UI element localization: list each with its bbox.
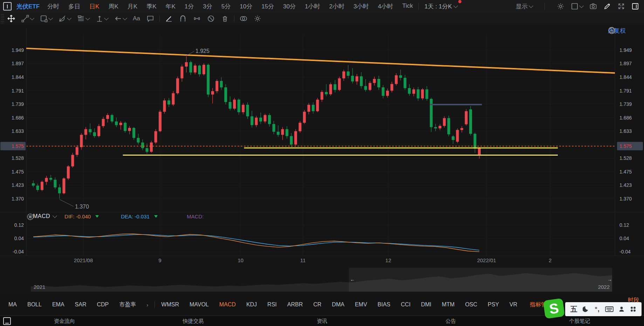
compare-overlay-tool-button[interactable] xyxy=(237,13,251,25)
candlestick-chart[interactable]: 1.9491.9491.8971.8971.8441.8441.7911.791… xyxy=(0,25,644,267)
tab-ARBR[interactable]: ARBR xyxy=(287,301,303,308)
account-person-icon[interactable] xyxy=(618,306,625,312)
tab-MAVOL[interactable]: MAVOL xyxy=(190,301,209,308)
sogou-logo[interactable]: S xyxy=(543,298,565,319)
tab-市盈率[interactable]: 市盈率 xyxy=(119,301,136,308)
bottom-panel-toggle-icon[interactable] xyxy=(3,317,11,325)
tab-DMA[interactable]: DMA xyxy=(332,301,344,308)
tab-EMV[interactable]: EMV xyxy=(355,301,367,308)
timeframe-1分[interactable]: 1分 xyxy=(185,2,194,11)
toolbar-divider xyxy=(418,3,419,10)
toolbar-drag-handle[interactable] xyxy=(1,14,4,23)
svg-text:1.925: 1.925 xyxy=(196,48,210,54)
tab-CDP[interactable]: CDP xyxy=(97,301,109,308)
comment-tool-button[interactable] xyxy=(143,13,157,25)
status-item-个股笔记[interactable]: 个股笔记 xyxy=(515,318,644,325)
tab-CCI[interactable]: CCI xyxy=(401,301,411,308)
draw-pencil-icon[interactable] xyxy=(603,2,611,10)
status-item-资讯[interactable]: 资讯 xyxy=(258,318,386,325)
timeframe-3小时[interactable]: 3小时 xyxy=(354,2,369,11)
timeframe-15分[interactable]: 15分 xyxy=(261,2,274,11)
virtual-keyboard-icon[interactable] xyxy=(605,306,614,312)
hide-drawings-tool-button[interactable] xyxy=(204,13,218,25)
pitchfork-tool-button[interactable] xyxy=(55,13,74,25)
navigator-left-handle[interactable]: ← xyxy=(350,277,355,282)
timeframe-日K[interactable]: 日K xyxy=(89,2,99,11)
settings-gear-icon[interactable] xyxy=(557,2,564,10)
svg-text:1.575: 1.575 xyxy=(619,143,632,149)
indicator-name[interactable]: MACD xyxy=(33,213,50,219)
tab-BOLL[interactable]: BOLL xyxy=(27,301,42,308)
timeframe-30分[interactable]: 30分 xyxy=(283,2,296,11)
chevron-down-icon[interactable] xyxy=(53,213,57,218)
angle-line-tool-button[interactable] xyxy=(162,13,176,25)
custom-period-selector[interactable]: 1天 : 1分K xyxy=(424,2,457,11)
status-item-快捷交易[interactable]: 快捷交易 xyxy=(129,318,258,325)
delete-drawings-tool-button[interactable] xyxy=(218,13,232,25)
arrow-tool-button[interactable] xyxy=(111,13,130,25)
status-item-资金流向[interactable]: 资金流向 xyxy=(0,318,129,325)
status-item-公告[interactable]: 公告 xyxy=(386,318,515,325)
timeframe-10分[interactable]: 10分 xyxy=(240,2,252,11)
punctuation-mode-icon[interactable]: °, xyxy=(595,306,600,313)
layout-select-icon[interactable] xyxy=(571,2,583,10)
fullscreen-expand-icon[interactable] xyxy=(617,2,625,10)
tab-RSI[interactable]: RSI xyxy=(267,301,277,308)
timeframe-多日[interactable]: 多日 xyxy=(68,2,80,11)
gann-tool-button[interactable] xyxy=(74,13,93,25)
svg-text:1.475: 1.475 xyxy=(619,169,632,175)
left-panel-toggle-icon[interactable] xyxy=(3,2,12,11)
trading-app-window: 光伏ETF 分时多日日K周K月K季K年K1分3分5分10分15分30分1小时2小… xyxy=(0,0,644,326)
timeframe-3分[interactable]: 3分 xyxy=(203,2,212,11)
timeframe-5分[interactable]: 5分 xyxy=(221,2,231,11)
symbol-name[interactable]: 光伏ETF xyxy=(16,2,40,11)
timeframe-1小时[interactable]: 1小时 xyxy=(305,2,320,11)
magnet-tool-button[interactable] xyxy=(176,13,190,25)
svg-text:1.739: 1.739 xyxy=(12,101,24,107)
timeframe-2小时[interactable]: 2小时 xyxy=(329,2,344,11)
tab-WMSR[interactable]: WMSR xyxy=(161,301,179,308)
chevron-down-icon xyxy=(529,4,533,8)
projection-tool-button[interactable] xyxy=(93,13,111,25)
tab-BIAS[interactable]: BIAS xyxy=(378,301,390,308)
drawing-settings-button[interactable] xyxy=(251,13,265,25)
top-right-controls: 显示 xyxy=(516,2,639,11)
text-tool-button[interactable]: Aa xyxy=(130,13,143,25)
chevron-down-icon xyxy=(453,4,458,8)
wubi-mode-label[interactable]: 五 xyxy=(570,305,577,314)
tab-VR[interactable]: VR xyxy=(509,301,517,308)
timeline-navigator[interactable]: ←→20212022 xyxy=(0,267,644,294)
timeframe-季K[interactable]: 季K xyxy=(146,2,156,11)
menu-grid-icon[interactable] xyxy=(630,306,636,312)
tab-OSC[interactable]: OSC xyxy=(465,301,477,308)
timeframe-年K[interactable]: 年K xyxy=(165,2,175,11)
tab-SAR[interactable]: SAR xyxy=(75,301,87,308)
tab-DMI[interactable]: DMI xyxy=(421,301,431,308)
svg-text:1.370: 1.370 xyxy=(619,196,632,202)
tab-PSY[interactable]: PSY xyxy=(488,301,499,308)
shapes-tool-button[interactable] xyxy=(37,13,55,25)
navigator-selection-window[interactable] xyxy=(349,268,612,292)
timeframe-周K[interactable]: 周K xyxy=(108,2,118,11)
tab-CR[interactable]: CR xyxy=(313,301,321,308)
svg-text:1.844: 1.844 xyxy=(12,74,24,80)
tab-KDJ[interactable]: KDJ xyxy=(246,301,257,308)
timeframe-分时[interactable]: 分时 xyxy=(47,2,59,11)
right-panel-toggle-icon[interactable] xyxy=(631,2,639,10)
timeframe-月K[interactable]: 月K xyxy=(128,2,137,11)
navigator-right-handle[interactable]: → xyxy=(607,277,612,282)
tab-MACD[interactable]: MACD xyxy=(219,301,236,308)
tab-MTM[interactable]: MTM xyxy=(442,301,454,308)
display-menu[interactable]: 显示 xyxy=(516,2,533,11)
tab-MA[interactable]: MA xyxy=(8,301,17,308)
timeframe-Tick[interactable]: Tick xyxy=(402,2,413,11)
trend-line-tool-button[interactable] xyxy=(18,13,37,25)
night-mode-moon-icon[interactable] xyxy=(583,306,590,313)
tab-EMA[interactable]: EMA xyxy=(52,301,64,308)
move-tool-button[interactable] xyxy=(4,13,18,25)
screenshot-camera-icon[interactable] xyxy=(589,2,597,10)
tabs-more-arrow[interactable]: › xyxy=(146,302,148,308)
continuous-drawing-tool-button[interactable] xyxy=(190,13,204,25)
chart-area[interactable]: 1.9491.9491.8971.8971.8441.8441.7911.791… xyxy=(0,25,644,267)
timeframe-4小时[interactable]: 4小时 xyxy=(378,2,393,11)
